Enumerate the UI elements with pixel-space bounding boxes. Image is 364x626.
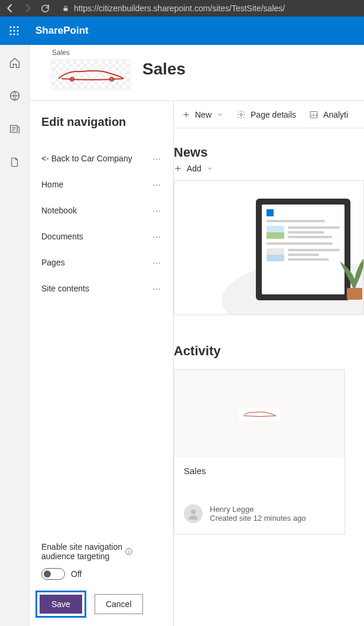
- rail-home-icon[interactable]: [9, 57, 21, 69]
- suite-header: SharePoint: [0, 17, 364, 45]
- site-breadcrumb: Sales: [52, 48, 131, 57]
- nav-item-notebook[interactable]: Notebook···: [41, 197, 161, 223]
- edit-nav-panel: Edit navigation <- Back to Car Company··…: [30, 101, 174, 626]
- command-bar: New Page details Analyti: [174, 101, 364, 128]
- rail-files-icon[interactable]: [9, 156, 20, 168]
- svg-point-16: [240, 113, 242, 116]
- activity-heading: Activity: [174, 343, 364, 359]
- svg-point-9: [17, 33, 18, 35]
- activity-card[interactable]: Sales Henry Legge Created site 12 minute…: [174, 369, 345, 534]
- url-text: https://citizenbuilders.sharepoint.com/s…: [74, 4, 285, 13]
- chevron-down-icon: [216, 111, 223, 118]
- address-bar[interactable]: https://citizenbuilders.sharepoint.com/s…: [57, 4, 359, 13]
- global-nav-rail: [0, 45, 30, 626]
- site-header: Sales Sales: [30, 45, 364, 100]
- more-icon[interactable]: ···: [152, 154, 161, 163]
- main-content: New Page details Analyti News: [174, 101, 364, 626]
- toggle-state-label: Off: [71, 569, 82, 579]
- more-icon[interactable]: ···: [152, 180, 161, 189]
- svg-point-19: [191, 510, 196, 514]
- nav-list: <- Back to Car Company··· Home··· Notebo…: [41, 145, 161, 534]
- nav-item-sitecontents[interactable]: Site contents···: [41, 275, 161, 301]
- news-heading: News: [174, 145, 364, 160]
- svg-point-15: [128, 550, 129, 550]
- activity-time: Created site 12 minutes ago: [210, 514, 306, 523]
- nav-item-pages[interactable]: Pages···: [41, 249, 161, 275]
- save-button[interactable]: Save: [40, 595, 82, 614]
- page-details-button[interactable]: Page details: [236, 110, 296, 119]
- browser-forward-button[interactable]: [22, 3, 33, 14]
- svg-rect-18: [347, 288, 362, 300]
- info-icon[interactable]: [125, 547, 133, 556]
- brand-label: SharePoint: [35, 25, 89, 37]
- news-add-button[interactable]: Add: [174, 164, 364, 173]
- browser-toolbar: https://citizenbuilders.sharepoint.com/s…: [0, 0, 364, 17]
- svg-point-6: [17, 30, 18, 31]
- svg-point-1: [9, 26, 11, 28]
- analytics-button[interactable]: Analyti: [309, 110, 348, 119]
- browser-back-button[interactable]: [5, 3, 15, 14]
- site-title: Sales: [142, 60, 186, 79]
- edit-nav-heading: Edit navigation: [41, 115, 161, 129]
- plant-illustration: [334, 238, 364, 303]
- rail-globe-icon[interactable]: [9, 90, 21, 102]
- nav-item-home[interactable]: Home···: [41, 171, 161, 197]
- activity-card-title: Sales: [184, 466, 335, 476]
- svg-point-2: [13, 26, 15, 28]
- svg-point-4: [9, 30, 11, 31]
- site-logo[interactable]: [51, 59, 131, 90]
- analytics-icon: [309, 110, 318, 119]
- svg-point-8: [13, 33, 15, 35]
- more-icon[interactable]: ···: [152, 232, 161, 241]
- more-icon[interactable]: ···: [152, 258, 161, 267]
- new-button[interactable]: New: [182, 110, 223, 119]
- activity-thumbnail: [174, 370, 344, 458]
- rail-news-icon[interactable]: [9, 123, 21, 135]
- browser-reload-button[interactable]: [40, 4, 50, 14]
- app-launcher-button[interactable]: [5, 21, 24, 40]
- more-icon[interactable]: ···: [152, 284, 161, 293]
- audience-targeting-toggle[interactable]: [41, 568, 65, 580]
- lock-icon: [62, 4, 69, 12]
- svg-rect-0: [64, 8, 68, 11]
- svg-point-3: [17, 26, 18, 28]
- activity-author: Henry Legge: [210, 505, 306, 514]
- more-icon[interactable]: ···: [152, 206, 161, 215]
- cancel-button[interactable]: Cancel: [95, 594, 143, 614]
- avatar: [184, 504, 203, 523]
- svg-point-7: [9, 33, 11, 35]
- news-hero-placeholder: [174, 180, 364, 315]
- nav-item-back[interactable]: <- Back to Car Company···: [41, 145, 161, 171]
- svg-point-5: [13, 30, 15, 31]
- plus-icon: [182, 111, 190, 119]
- chevron-down-icon: [206, 165, 213, 172]
- nav-item-documents[interactable]: Documents···: [41, 223, 161, 249]
- plus-icon: [174, 164, 182, 173]
- audience-targeting-label: Enable site navigationaudience targeting: [41, 542, 122, 561]
- gear-icon: [236, 110, 246, 119]
